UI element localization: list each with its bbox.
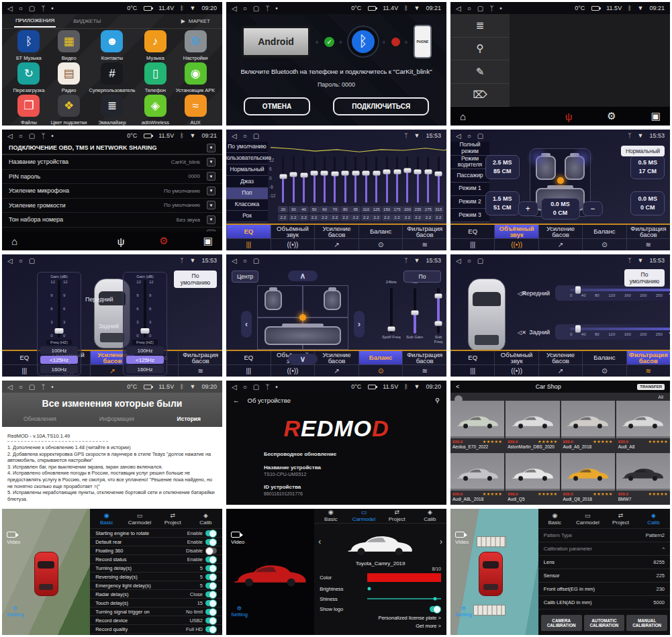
birdview-camera[interactable]: Video ⚙Setting xyxy=(450,509,538,635)
dropdown-icon[interactable]: ▼ xyxy=(207,187,215,195)
tab-info[interactable]: Информация xyxy=(99,415,134,422)
scroll-top-icon[interactable] xyxy=(454,395,463,403)
back-icon[interactable]: ◁ xyxy=(456,5,461,12)
gain-handle[interactable] xyxy=(141,328,150,334)
toggle-switch[interactable] xyxy=(205,609,217,615)
app-shortcut[interactable]: ↻ Перезагрузка xyxy=(9,62,49,93)
settings-row[interactable]: Название устройства CarKit_blink ▼ xyxy=(2,155,222,170)
back-icon[interactable]: ◁ xyxy=(7,5,13,12)
audio-tab[interactable]: Баланс ⊙ xyxy=(358,351,403,377)
audio-tab[interactable]: Усиление басов ↗ xyxy=(538,225,582,250)
center-button[interactable]: Центр xyxy=(232,271,258,283)
audio-tab[interactable]: Фильтрация басов ≋ xyxy=(178,351,222,377)
eq-band-handle[interactable] xyxy=(300,173,307,177)
back-icon[interactable]: ◁ xyxy=(7,257,13,264)
settings-row[interactable]: Reversing delay(s) 5 xyxy=(90,573,222,581)
about-item[interactable]: Беспроводное обновление xyxy=(264,451,446,457)
cam-tab[interactable]: ◈ Calib xyxy=(189,509,222,528)
eq-band-slider[interactable] xyxy=(406,156,408,203)
eq-band-slider[interactable] xyxy=(324,156,326,203)
eq-preset-item[interactable]: Поп xyxy=(226,188,268,199)
cam-tab[interactable]: ▭ Carmodel xyxy=(347,509,380,523)
calibration-row[interactable]: Pattern Type Pattern2 xyxy=(538,529,670,542)
eq-band-slider[interactable] xyxy=(375,156,377,203)
mute-icon[interactable]: ◁✕ xyxy=(518,291,526,297)
audio-tab[interactable]: Усиление басов ↗ xyxy=(314,351,358,377)
sound-mode-item[interactable]: Режим 2 xyxy=(450,196,489,209)
home-circle-icon[interactable]: ○ xyxy=(19,132,23,140)
car-card[interactable]: ¥30.0★★★★★ Audi_A8 xyxy=(616,401,670,452)
car-card[interactable]: ¥30.0★★★★★ BMW7 xyxy=(616,453,670,504)
back-arrow-icon[interactable]: ← xyxy=(233,397,240,404)
home-icon[interactable]: ⌂ xyxy=(11,236,17,247)
settings-row[interactable]: Record status Enable xyxy=(90,555,222,564)
search-icon[interactable]: ⚲ xyxy=(435,397,440,404)
freq-option[interactable]: 160Hz xyxy=(40,365,78,373)
freq-option[interactable]: 100Hz xyxy=(126,346,164,354)
recents-icon[interactable]: ▢ xyxy=(29,257,35,264)
freq-option[interactable]: 160Hz xyxy=(126,365,164,373)
delay-front-right[interactable]: 0.5 MS17 CM xyxy=(630,155,665,179)
home-circle-icon[interactable]: ○ xyxy=(467,132,471,140)
market-link[interactable]: ▶МАРКЕТ xyxy=(181,18,210,24)
audio-tab[interactable]: Фильтрация басов ≋ xyxy=(402,225,446,250)
freq-option[interactable]: <125Hz xyxy=(126,356,164,364)
recents-icon[interactable]: ▢ xyxy=(253,257,259,264)
eq-preset-item[interactable]: Классика xyxy=(226,199,268,211)
cam-tab[interactable]: ▭ Carmodel xyxy=(571,509,604,528)
tab-apps[interactable]: ПРИЛОЖЕНИЯ xyxy=(14,15,56,28)
next-car-button[interactable]: › xyxy=(440,537,442,546)
delay-plus-button[interactable]: + xyxy=(518,201,538,216)
screenshot-icon[interactable]: ▣ xyxy=(203,235,213,247)
car-card[interactable]: ¥30.0★★★★★ Aeolus_E70_2022 xyxy=(450,401,504,452)
audio-tab[interactable]: Объёмный звук ((•)) xyxy=(271,225,315,250)
tool-sidebar-item[interactable]: ⚲ xyxy=(450,38,510,61)
show-logo-toggle[interactable] xyxy=(430,606,441,612)
toggle-switch[interactable] xyxy=(205,626,217,632)
arrow-right-button[interactable]: › xyxy=(354,311,365,338)
recents-icon[interactable]: ▢ xyxy=(253,5,259,12)
gain-slider[interactable] xyxy=(144,280,146,338)
cam-tab[interactable]: ◉ Basic xyxy=(90,509,123,528)
license-plate-link[interactable]: Personalized license plate > xyxy=(320,614,441,623)
video-label[interactable]: Video xyxy=(7,532,20,545)
sound-mode-item[interactable]: Полный режим xyxy=(450,142,489,156)
setting-label[interactable]: ⚙Setting xyxy=(231,605,248,618)
antenna-icon[interactable]: ψ xyxy=(565,111,573,122)
calibration-button[interactable]: MANUAL CALIBRATION xyxy=(626,615,667,631)
gear-icon[interactable]: ⚙ xyxy=(159,235,168,247)
audio-tab[interactable]: Фильтрация басов ≋ xyxy=(626,225,670,250)
audio-tab[interactable]: Фильтрация басов ≋ xyxy=(402,351,446,377)
eq-band-handle[interactable] xyxy=(383,169,391,174)
eq-band-slider[interactable] xyxy=(344,156,346,203)
eq-band-slider[interactable] xyxy=(396,156,398,203)
calibration-row[interactable]: Front offset(EG in mm) 230 xyxy=(538,583,670,596)
app-shortcut[interactable]: ☻ Контакты xyxy=(89,30,136,61)
toggle-switch[interactable] xyxy=(205,618,217,624)
cam-tab[interactable]: ◉ Basic xyxy=(538,509,571,528)
setting-label[interactable]: ⚙Setting xyxy=(7,605,23,618)
eq-band-handle[interactable] xyxy=(321,170,328,175)
delay-minus-button[interactable]: − xyxy=(583,201,603,216)
audio-tab[interactable]: Усиление басов ↗ xyxy=(538,351,582,377)
delay-rear-left[interactable]: 1.5 MS51 CM xyxy=(485,191,520,215)
transfer-button[interactable]: TRANSFER xyxy=(637,384,665,390)
toggle-switch[interactable] xyxy=(205,556,217,562)
delay-front-left[interactable]: 2.5 MS85 CM xyxy=(485,155,520,179)
eq-band-handle[interactable] xyxy=(290,172,297,177)
balance-position-dot[interactable] xyxy=(299,314,306,321)
delay-rear-right[interactable]: 0.0 MS0 CM xyxy=(630,191,665,215)
eq-band-handle[interactable] xyxy=(414,170,422,175)
settings-row[interactable]: Turning delay(s) 5 xyxy=(90,564,222,573)
audio-tab[interactable]: EQ ||| xyxy=(450,351,494,377)
tab-widgets[interactable]: ВИДЖЕТЫ xyxy=(73,18,101,24)
gain-slider[interactable] xyxy=(58,280,60,338)
eq-band-handle[interactable] xyxy=(352,170,359,175)
eq-band-handle[interactable] xyxy=(424,170,432,175)
mute-icon[interactable]: ◁✕ xyxy=(518,330,526,336)
home-circle-icon[interactable]: ○ xyxy=(243,132,247,140)
sub-freq-slider[interactable]: Sub Freq xyxy=(430,280,446,344)
eq-band-slider[interactable] xyxy=(386,156,388,203)
cam-tab[interactable]: ⇄ Project xyxy=(381,509,414,523)
brightness-row[interactable]: Brightness xyxy=(314,584,446,594)
